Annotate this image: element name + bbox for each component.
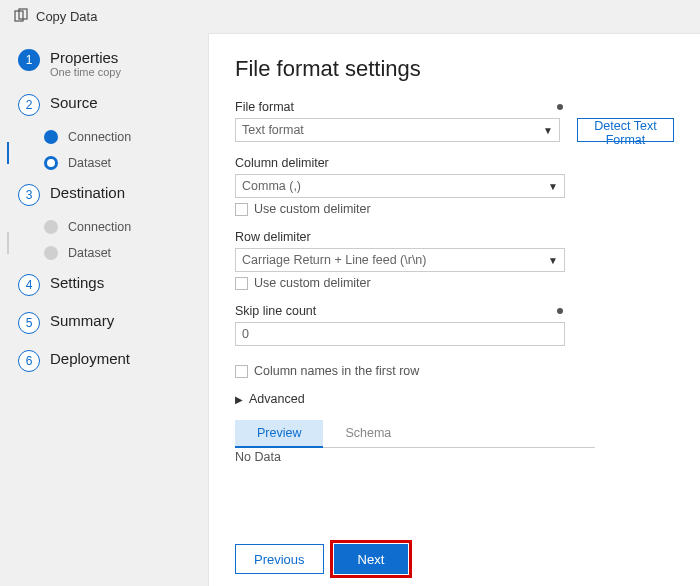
row-delimiter-label: Row delimiter <box>235 230 565 244</box>
step-deployment[interactable]: 6 Deployment <box>0 342 200 380</box>
step-number: 1 <box>18 49 40 71</box>
substep-destination-dataset[interactable]: Dataset <box>44 240 200 266</box>
substep-dot <box>44 220 58 234</box>
checkbox-icon <box>235 365 248 378</box>
tab-schema[interactable]: Schema <box>323 420 413 447</box>
preview-content: No Data <box>235 448 674 466</box>
row-custom-delimiter-checkbox[interactable]: Use custom delimiter <box>235 276 565 290</box>
step-label: Deployment <box>50 350 130 367</box>
main-panel: File format settings File format Text fo… <box>208 33 700 586</box>
preview-schema-tabs: Preview Schema <box>235 420 595 448</box>
step-settings[interactable]: 4 Settings <box>0 266 200 304</box>
step-number: 2 <box>18 94 40 116</box>
step-number: 5 <box>18 312 40 334</box>
step-label: Source <box>50 94 98 111</box>
step-source[interactable]: 2 Source <box>0 86 200 124</box>
substep-source-connection[interactable]: Connection <box>44 124 200 150</box>
step-label: Properties <box>50 49 121 66</box>
chevron-down-icon: ▼ <box>548 181 558 192</box>
checkbox-icon <box>235 277 248 290</box>
file-format-select[interactable]: Text format▼ <box>235 118 560 142</box>
wizard-sidebar: 1 Properties One time copy 2 Source Conn… <box>0 33 200 586</box>
substep-destination-connection[interactable]: Connection <box>44 214 200 240</box>
tab-preview[interactable]: Preview <box>235 420 323 448</box>
info-icon[interactable] <box>557 104 563 110</box>
substep-label: Connection <box>68 220 131 234</box>
step-sublabel: One time copy <box>50 66 121 78</box>
triangle-right-icon: ▶ <box>235 394 243 405</box>
info-icon[interactable] <box>557 308 563 314</box>
substep-label: Dataset <box>68 156 111 170</box>
window-title-text: Copy Data <box>36 9 97 24</box>
row-delimiter-select[interactable]: Carriage Return + Line feed (\r\n)▼ <box>235 248 565 272</box>
copy-data-icon <box>14 8 28 25</box>
chevron-down-icon: ▼ <box>548 255 558 266</box>
file-format-label: File format <box>235 100 565 114</box>
skip-line-count-input[interactable] <box>235 322 565 346</box>
column-delimiter-select[interactable]: Comma (,)▼ <box>235 174 565 198</box>
next-button[interactable]: Next <box>334 544 409 574</box>
step-number: 4 <box>18 274 40 296</box>
checkbox-icon <box>235 203 248 216</box>
step-properties[interactable]: 1 Properties One time copy <box>0 41 200 86</box>
advanced-toggle[interactable]: ▶ Advanced <box>235 392 674 406</box>
step-label: Summary <box>50 312 114 329</box>
step-number: 3 <box>18 184 40 206</box>
skip-line-count-label: Skip line count <box>235 304 565 318</box>
step-label: Settings <box>50 274 104 291</box>
detect-text-format-button[interactable]: Detect Text Format <box>577 118 674 142</box>
column-delimiter-label: Column delimiter <box>235 156 565 170</box>
window-title: Copy Data <box>0 0 700 33</box>
column-names-first-row-checkbox[interactable]: Column names in the first row <box>235 364 674 378</box>
page-heading: File format settings <box>235 56 674 82</box>
column-custom-delimiter-checkbox[interactable]: Use custom delimiter <box>235 202 565 216</box>
step-label: Destination <box>50 184 125 201</box>
substep-dot <box>44 130 58 144</box>
chevron-down-icon: ▼ <box>543 125 553 136</box>
substep-dot <box>44 246 58 260</box>
substep-label: Dataset <box>68 246 111 260</box>
substep-source-dataset[interactable]: Dataset <box>44 150 200 176</box>
substep-label: Connection <box>68 130 131 144</box>
step-summary[interactable]: 5 Summary <box>0 304 200 342</box>
step-destination[interactable]: 3 Destination <box>0 176 200 214</box>
previous-button[interactable]: Previous <box>235 544 324 574</box>
substep-dot <box>44 156 58 170</box>
step-number: 6 <box>18 350 40 372</box>
